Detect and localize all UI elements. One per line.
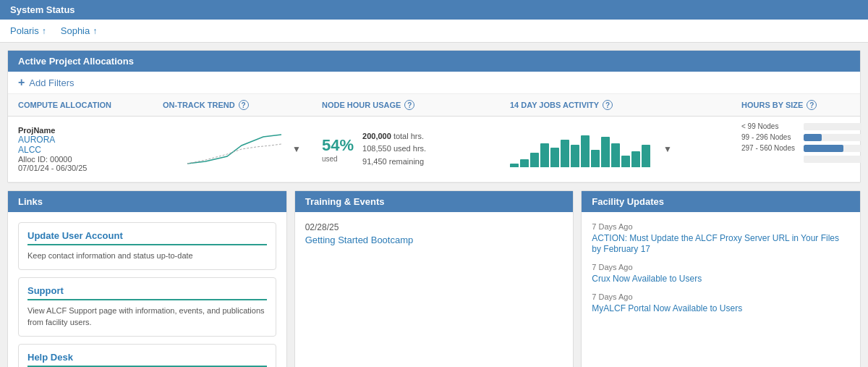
links-panel: Links Update User Account Keep contact i… (7, 190, 287, 367)
bar (510, 164, 519, 168)
col-node-hour-usage: NODE HOUR USAGE ? (322, 100, 510, 110)
bar (642, 145, 650, 167)
trend-chevron-icon[interactable]: ▼ (292, 144, 301, 154)
date-range: 07/01/24 - 06/30/25 (18, 164, 163, 172)
links-panel-title: Links (18, 196, 43, 207)
col-compute-allocation: COMPUTE ALLOCATION (18, 100, 163, 110)
remaining-hrs: 91,450 (362, 157, 387, 166)
bar (601, 137, 610, 167)
training-item-0: 02/28/25 Getting Started Bootcamp (305, 222, 563, 245)
bar (530, 153, 539, 167)
proj-cell: ProjName AURORA ALCC Alloc ID: 00000 07/… (18, 126, 163, 172)
polaris-label: Polaris (10, 25, 39, 36)
bar (571, 145, 579, 167)
filter-bar: + Add Filters (8, 72, 860, 94)
facility-ago-0: 7 Days Ago (592, 222, 850, 231)
allocations-title: Active Project Allocations (18, 56, 134, 67)
facility-item-1: 7 Days Ago Crux Now Available to Users (592, 263, 850, 284)
links-panel-body: Update User Account Keep contact informa… (8, 212, 286, 367)
facility-panel-body: 7 Days Ago ACTION: Must Update the ALCF … (582, 212, 860, 332)
polaris-arrow-icon: ↑ (42, 26, 46, 36)
system-status-title: System Status (10, 4, 75, 15)
training-panel-body: 02/28/25 Getting Started Bootcamp (295, 212, 574, 266)
link-card-1-desc: View ALCF Support page with information,… (27, 305, 267, 329)
link-card-2-title[interactable]: Help Desk (27, 352, 267, 367)
trend-chart (184, 131, 285, 167)
facility-item-2: 7 Days Ago MyALCF Portal Now Available t… (592, 292, 850, 313)
facility-ago-1: 7 Days Ago (592, 263, 850, 271)
col-hours-by-size: HOURS BY SIZE ? (741, 100, 868, 110)
link-card-1-title[interactable]: Support (27, 285, 267, 300)
training-title-0[interactable]: Getting Started Bootcamp (305, 235, 414, 245)
bar (591, 150, 600, 167)
bar (520, 159, 529, 167)
links-panel-header: Links (8, 191, 286, 212)
alloc-id: Alloc ID: 00000 (18, 155, 163, 164)
proj-name-label: ProjName (18, 126, 163, 135)
size-row-2: 297 - 560 Nodes 69% (741, 144, 868, 152)
sophia-arrow-icon: ↑ (93, 26, 97, 36)
facility-link-2[interactable]: MyALCF Portal Now Available to Users (592, 303, 742, 313)
used-label: used (322, 155, 354, 163)
used-hrs: 108,550 (362, 144, 391, 153)
total-hrs: 200,000 (362, 132, 391, 140)
table-header: COMPUTE ALLOCATION ON-TRACK TREND ? NODE… (8, 94, 860, 117)
bar (621, 156, 630, 168)
facility-ago-2: 7 Days Ago (592, 292, 850, 301)
proj-aurora[interactable]: AURORA (18, 135, 163, 145)
add-filters-label[interactable]: Add Filters (29, 77, 74, 88)
status-links-bar: Polaris ↑ Sophia ↑ (0, 20, 868, 43)
col-jobs-activity: 14 DAY JOBS ACTIVITY ? (510, 100, 741, 110)
sophia-label: Sophia (61, 25, 90, 36)
link-card-0: Update User Account Keep contact informa… (18, 222, 276, 270)
add-filter-plus-icon: + (18, 76, 25, 89)
link-card-2: Help Desk support@alcf.anl.gov (18, 344, 276, 368)
col-on-track-trend: ON-TRACK TREND ? (163, 100, 322, 110)
bar (631, 151, 640, 167)
hours-by-size-help-icon[interactable]: ? (807, 100, 817, 110)
facility-link-0[interactable]: ACTION: Must Update the ALCF Proxy Serve… (592, 233, 839, 254)
proj-alcc[interactable]: ALCC (18, 145, 163, 155)
bar (540, 143, 549, 167)
link-card-0-desc: Keep contact information and status up-t… (27, 250, 267, 262)
bar (611, 143, 620, 167)
bottom-panels: Links Update User Account Keep contact i… (7, 190, 861, 367)
bar (581, 135, 590, 167)
size-row-1: 99 - 296 Nodes 31% (741, 133, 868, 141)
polaris-status-link[interactable]: Polaris ↑ (10, 25, 46, 36)
facility-panel: Facility Updates 7 Days Ago ACTION: Must… (581, 190, 861, 367)
sophia-status-link[interactable]: Sophia ↑ (61, 25, 97, 36)
used-pct: 54% (322, 136, 354, 155)
size-row-3: 0% (741, 155, 868, 163)
training-panel-header: Training & Events (295, 191, 574, 212)
node-hour-help-icon[interactable]: ? (404, 100, 414, 110)
bar (561, 140, 569, 168)
allocations-header: Active Project Allocations (8, 51, 860, 72)
training-date-0: 02/28/25 (305, 222, 563, 232)
hours-by-size-cell: < 99 Nodes 99 - 296 Nodes 31% 297 - 560 … (741, 122, 868, 176)
trend-cell: ▼ (163, 131, 322, 167)
on-track-help-icon[interactable]: ? (239, 100, 249, 110)
facility-panel-title: Facility Updates (592, 196, 664, 207)
table-row: ProjName AURORA ALCC Alloc ID: 00000 07/… (8, 117, 860, 182)
jobs-chevron-icon[interactable]: ▼ (663, 144, 672, 154)
jobs-activity-help-icon[interactable]: ? (603, 100, 613, 110)
facility-link-1[interactable]: Crux Now Available to Users (592, 274, 702, 284)
bar (550, 148, 559, 168)
node-stats: 200,000 total hrs. 108,550 used hrs. 91,… (362, 130, 426, 169)
training-panel-title: Training & Events (305, 196, 385, 207)
jobs-activity-cell: ▼ (510, 131, 741, 167)
facility-item-0: 7 Days Ago ACTION: Must Update the ALCF … (592, 222, 850, 254)
allocations-section: Active Project Allocations + Add Filters… (7, 50, 861, 183)
node-hour-cell: 54% used 200,000 total hrs. 108,550 used… (322, 130, 510, 169)
link-card-1: Support View ALCF Support page with info… (18, 277, 276, 337)
training-panel: Training & Events 02/28/25 Getting Start… (294, 190, 574, 367)
facility-panel-header: Facility Updates (582, 191, 860, 212)
link-card-0-title[interactable]: Update User Account (27, 230, 267, 245)
bar-chart (510, 131, 650, 167)
size-row-0: < 99 Nodes (741, 122, 868, 130)
system-status-header: System Status (0, 0, 868, 20)
